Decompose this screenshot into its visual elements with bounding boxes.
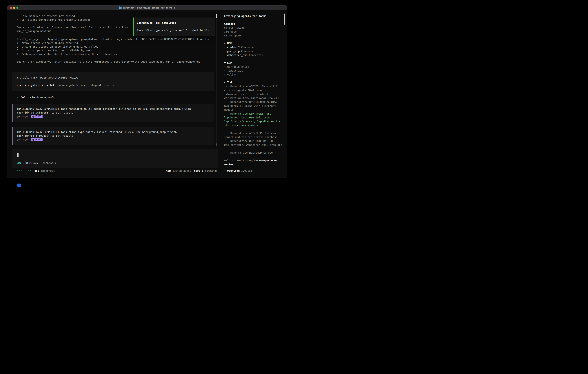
context-spent: $0.46 spent [224,33,284,37]
workspace-path: ~/local-workspaces/oh-my-opencode: maste… [224,158,284,166]
toast-body: Task "Find type safety issues" finished … [137,29,212,32]
tool-call-block: ⚙ call_omo_agent [subagent_type=explore,… [17,37,218,64]
app-version: 1.0.163 [241,169,252,173]
bullet-icon: • [224,49,226,53]
dock-peek-icon[interactable] [17,184,21,187]
lsp-item: • markdown-oxide [224,65,284,69]
bullet-icon: • [224,53,226,57]
workspace-branch: master [224,163,233,166]
message-text: [BACKGROUND TASK COMPLETED] Task "Find t… [17,130,214,138]
main-scrollbar [216,10,217,146]
agent-header: OmO · claude-opus-4-5 [17,95,54,99]
lsp-heading: ▼ LSP [224,61,284,65]
bullet-icon: • [224,65,226,69]
triangle-down-icon: ▼ [224,41,226,45]
session-title: Leveraging agents for tasks [224,14,284,18]
agent-model: claude-opus-4-5 [30,96,54,99]
separator-dot: · [27,96,29,99]
oracle-hint-text: to navigate between subagent sessions [56,83,116,87]
mcp-item: • context7 Connected [224,45,284,49]
commands-label: commands [205,169,218,173]
bullet-icon: • [224,45,226,49]
lsp-item: • eslint [224,73,284,76]
input-meta: OmO Opus 4.5 Anthropic [17,161,57,165]
sidebar-scrollbar-thumb[interactable] [284,13,284,25]
esc-hint: esc interrupt [34,169,55,173]
main-scrollbar-thumb-secondary[interactable] [216,143,217,146]
todo-pending-item: [ ] Demonstrate MCP INTEGRATIONS: Use co… [224,139,284,147]
workspace-path-prefix: ~/local-workspaces/ [224,159,254,162]
tab-label: switch agent [172,169,191,173]
mcp-item: • grep_app Connected [224,49,284,53]
agent-icon [17,96,19,98]
terminal-window: [OpenCode] Leveraging agents for tasks ◐… [7,5,287,178]
titlebar: [OpenCode] Leveraging agents for tasks ◐ [7,6,287,10]
triangle-down-icon: ▼ [224,61,226,65]
message-author: yeongyu [17,138,28,141]
gear-icon: ⚙ [17,38,18,41]
bullet-icon: • [224,73,226,76]
context-tokens: 66,518 tokens [224,26,284,30]
version-row: • OpenCode 1.0.163 [224,169,252,173]
message-author: yeongyu [17,115,28,118]
toast-background-task: Background Task Completed Task "Find typ… [133,18,215,36]
todo-pending-item: [ ] Demonstrate AST-GREP: Pattern search… [224,131,284,139]
triangle-down-icon: ▼ [224,80,226,84]
session-sidebar: Leveraging agents for tasks Context 66,5… [224,14,284,166]
status-badge: QUEUED [31,115,42,118]
esc-key: esc [34,169,39,173]
zoom-button[interactable] [16,7,18,9]
app-name: OpenCode [227,169,240,173]
message-meta: yeongyu QUEUED [17,138,214,141]
todo-done-item: [✓] Demonstrate BACKGROUND AGENTS: Run p… [224,100,284,112]
oracle-task-title: Oracle Task "Deep architecture review" [20,76,80,79]
bullet-icon: • [224,169,226,173]
esc-label: interrupt [41,169,55,173]
spinner-dots: ········ [17,169,32,173]
prompt-input[interactable]: OmO Opus 4.5 Anthropic [12,149,218,168]
lsp-item: • typescript [224,69,284,73]
todo-active-item: [ ] Demonstrate LSP TOOLS: Use lsp_hover… [224,112,284,127]
oracle-task-panel: ◉ Oracle Task "Deep architecture review"… [12,72,214,91]
todo-heading: ▼ Todo [224,80,284,84]
oracle-hint-keys: ctrl+x right, ctrl+x left [17,83,56,87]
text-cursor [17,153,19,157]
main-scrollbar-thumb[interactable] [216,14,217,18]
tab-hint: tab switch agent [166,169,191,173]
status-badge: QUEUED [31,138,42,141]
oracle-hint: ctrl+x right, ctrl+x left to navigate be… [17,83,214,87]
close-button[interactable] [10,7,12,9]
tool-call-header: call_omo_agent [subagent_type=explore, p… [20,38,210,41]
message-block: [BACKGROUND TASK COMPLETED] Task "Find t… [12,127,214,145]
workspace-repo: oh-my-opencode: [254,159,277,162]
message-block: [BACKGROUND TASK COMPLETED] Task "Resear… [12,104,214,122]
context-used: 33% used [224,30,284,33]
agent-name: OmO [21,96,25,99]
status-bar: ········ esc interrupt tab switch agent … [17,169,218,173]
tab-key: tab [166,169,171,173]
message-meta: yeongyu QUEUED [17,114,214,118]
window-title: [OpenCode] Leveraging agents for tasks ◐ [123,7,175,9]
traffic-lights [10,6,18,10]
commands-key: ctrl+p [194,169,203,173]
toast-title: Background Task Completed [137,21,212,25]
oracle-icon: ◉ [17,76,18,79]
message-text: [BACKGROUND TASK COMPLETED] Task "Resear… [17,107,214,114]
context-heading: Context [224,22,284,26]
folder-icon [119,7,122,9]
input-agent-name: OmO [17,161,21,165]
mcp-heading: ▼ MCP [224,41,284,45]
commands-hint: ctrl+p commands [194,169,218,173]
input-provider: Anthropic [42,161,57,165]
mcp-item: • websearch_exa Connected [224,53,284,57]
bullet-icon: • [224,69,226,73]
input-model: Opus 4.5 [25,161,38,165]
todo-done-item: [✓] Demonstrate AGENTS: Show all 7 curat… [224,84,284,100]
minimize-button[interactable] [13,7,15,9]
tool-call-body: 1. Array access without bounds checking … [17,41,218,64]
todo-pending-item: [ ] Demonstrate MULTIMODAL: Use [224,151,284,155]
